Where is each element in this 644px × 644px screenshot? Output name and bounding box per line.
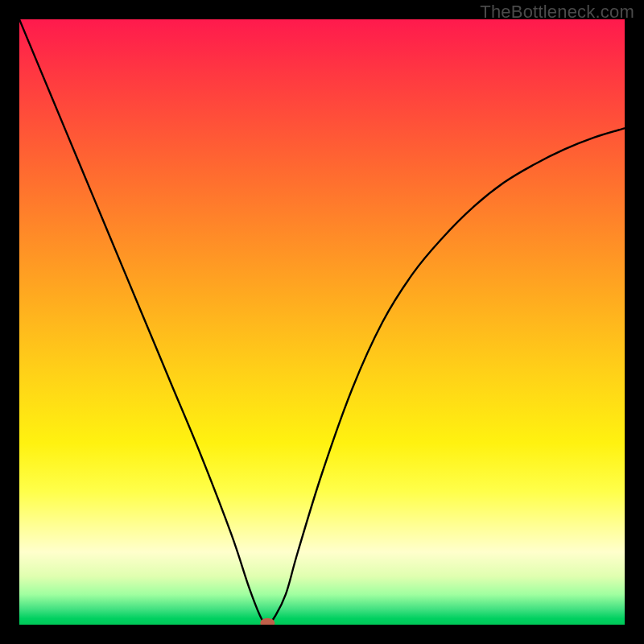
bottleneck-curve-svg (19, 19, 625, 625)
chart-plot-area (19, 19, 625, 625)
watermark-text: TheBottleneck.com (480, 2, 634, 23)
bottleneck-curve-path (19, 19, 625, 623)
